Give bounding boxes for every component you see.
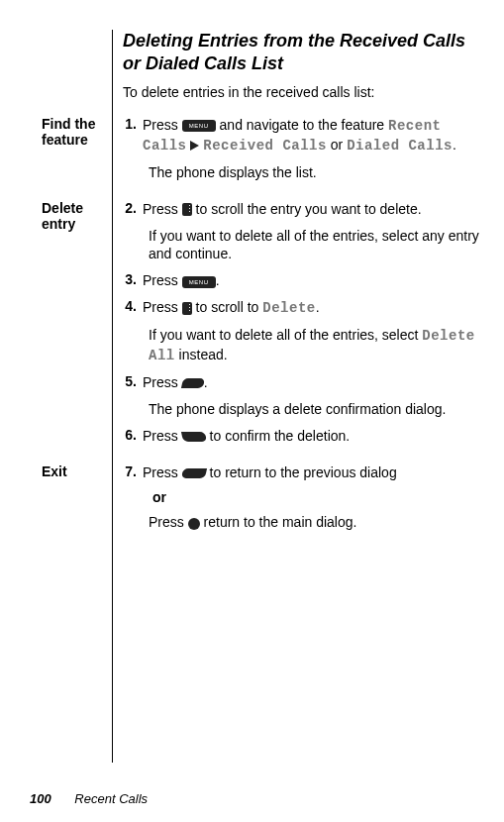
text-fragment: Press xyxy=(149,514,188,530)
intro-text: To delete entries in the received calls … xyxy=(123,84,484,100)
step-7: 7. Press to return to the previous dialo… xyxy=(123,463,484,482)
text-fragment: . xyxy=(216,272,220,288)
text-fragment: . xyxy=(453,137,456,153)
footer-section-title: Recent Calls xyxy=(74,791,148,806)
group-find-feature: Find the feature 1. Press MENU and navig… xyxy=(123,116,484,190)
step-number: 1. xyxy=(123,116,143,155)
text-fragment: to return to the previous dialog xyxy=(206,464,397,480)
scroll-key-icon xyxy=(182,203,192,216)
menu-key-icon: MENU xyxy=(182,276,216,288)
nav-arrow-icon xyxy=(190,141,199,151)
group-label-exit: Exit xyxy=(42,463,123,541)
steps-body-exit: 7. Press to return to the previous dialo… xyxy=(123,463,484,541)
step-text: Press MENU and navigate to the feature R… xyxy=(143,116,484,155)
text-fragment: Press xyxy=(143,201,182,217)
step-4: 4. Press to scroll to Delete. xyxy=(123,298,484,318)
group-exit: Exit 7. Press to return to the previous … xyxy=(123,463,484,541)
step-5-followup: The phone displays a delete confirmation… xyxy=(149,400,484,419)
text-fragment: instead. xyxy=(175,347,228,362)
text-fragment: to scroll the entry you want to delete. xyxy=(192,201,422,217)
steps-body-delete: 2. Press to scroll the entry you want to… xyxy=(123,200,484,454)
or-label: or xyxy=(152,489,484,505)
step-7-alt: Press return to the main dialog. xyxy=(149,513,484,532)
page-content: Deleting Entries from the Received Calls… xyxy=(123,30,484,540)
section-title: Deleting Entries from the Received Calls… xyxy=(123,30,484,74)
feature-received-calls: Received Calls xyxy=(203,138,327,154)
scroll-key-icon xyxy=(182,302,192,315)
text-fragment: Press xyxy=(143,117,182,133)
text-fragment: . xyxy=(204,374,208,390)
step-2-followup: If you want to delete all of the entries… xyxy=(149,227,484,264)
step-2: 2. Press to scroll the entry you want to… xyxy=(123,200,484,219)
text-fragment: If you want to delete all of the entries… xyxy=(149,327,422,343)
step-1: 1. Press MENU and navigate to the featur… xyxy=(123,116,484,155)
ok-key-icon xyxy=(181,378,205,388)
feature-dialed-calls: Dialed Calls xyxy=(347,138,453,154)
menu-key-icon: MENU xyxy=(182,120,216,132)
step-4-followup: If you want to delete all of the entries… xyxy=(149,326,484,365)
vertical-divider xyxy=(112,30,113,763)
group-delete-entry: Delete entry 2. Press to scroll the entr… xyxy=(123,200,484,454)
step-number: 7. xyxy=(123,463,143,482)
back-key-icon xyxy=(181,468,207,478)
step-number: 6. xyxy=(123,427,143,446)
text-fragment: Press xyxy=(143,374,182,390)
group-label-delete: Delete entry xyxy=(42,200,123,454)
text-fragment: Press xyxy=(143,299,182,315)
steps-body-find: 1. Press MENU and navigate to the featur… xyxy=(123,116,484,190)
step-number: 2. xyxy=(123,200,143,219)
step-number: 3. xyxy=(123,271,143,290)
step-text: Press . xyxy=(143,373,484,392)
step-1-followup: The phone displays the list. xyxy=(149,163,484,182)
page-footer: 100 Recent Calls xyxy=(30,791,148,806)
step-text: Press MENU. xyxy=(143,271,484,290)
text-fragment: Press xyxy=(143,428,182,444)
step-5: 5. Press . xyxy=(123,373,484,392)
confirm-key-icon xyxy=(181,432,207,442)
text-fragment: to scroll to xyxy=(192,299,263,315)
text-fragment: Press xyxy=(143,464,182,480)
page-number: 100 xyxy=(30,791,51,806)
step-number: 4. xyxy=(123,298,143,318)
option-delete: Delete xyxy=(262,300,315,316)
step-text: Press to scroll the entry you want to de… xyxy=(143,200,484,219)
step-text: Press to confirm the deletion. xyxy=(143,427,484,446)
text-fragment: to confirm the deletion. xyxy=(206,428,351,444)
text-fragment: . xyxy=(316,299,320,315)
step-text: Press to return to the previous dialog xyxy=(143,463,484,482)
text-fragment: or xyxy=(327,137,347,153)
step-3: 3. Press MENU. xyxy=(123,271,484,290)
step-6: 6. Press to confirm the deletion. xyxy=(123,427,484,446)
end-key-icon xyxy=(188,518,200,530)
group-label-find: Find the feature xyxy=(42,116,123,190)
step-number: 5. xyxy=(123,373,143,392)
text-fragment: and navigate to the feature xyxy=(216,117,388,133)
text-fragment: Press xyxy=(143,272,182,288)
step-text: Press to scroll to Delete. xyxy=(143,298,484,318)
text-fragment: return to the main dialog. xyxy=(200,514,357,530)
